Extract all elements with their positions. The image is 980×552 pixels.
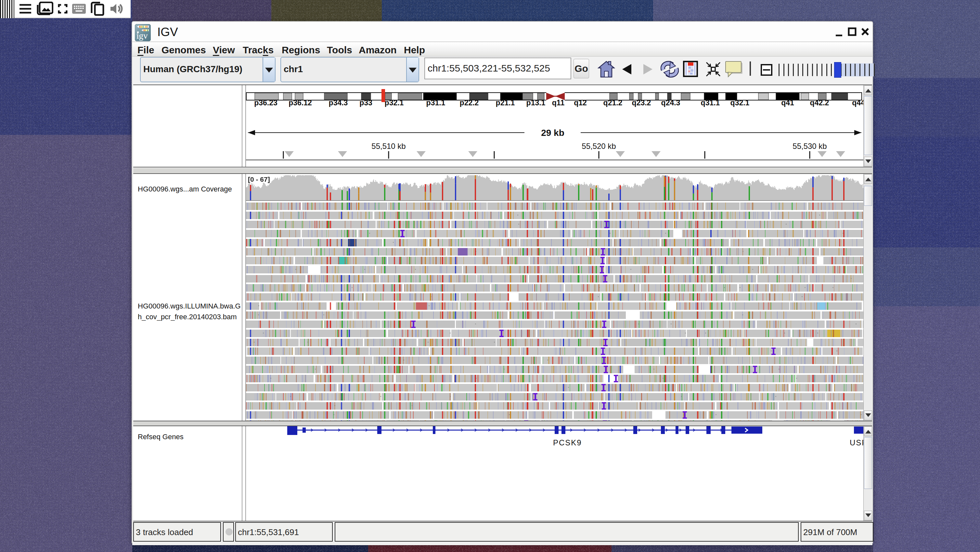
svg-text:55,520 kb: 55,520 kb: [582, 142, 616, 150]
svg-text:p21.1: p21.1: [496, 99, 515, 107]
svg-text:q44: q44: [852, 99, 863, 107]
svg-text:q12: q12: [574, 99, 587, 107]
svg-text:PCSK9: PCSK9: [553, 438, 582, 447]
svg-text:55,530 kb: 55,530 kb: [792, 142, 827, 150]
svg-text:q32.1: q32.1: [730, 99, 749, 107]
svg-text:q41: q41: [781, 99, 794, 107]
svg-text:p32.1: p32.1: [385, 99, 404, 107]
svg-text:p36.12: p36.12: [288, 99, 312, 107]
svg-text:29 kb: 29 kb: [541, 128, 565, 138]
svg-text:q11: q11: [552, 99, 565, 107]
svg-text:q21.2: q21.2: [603, 99, 622, 107]
svg-text:q42.2: q42.2: [810, 99, 829, 107]
svg-text:p31.1: p31.1: [426, 99, 445, 107]
svg-text:p36.23: p36.23: [254, 99, 277, 107]
svg-text:55,510 kb: 55,510 kb: [371, 142, 406, 150]
svg-text:USP2: USP2: [850, 438, 863, 447]
svg-text:p33: p33: [360, 99, 372, 107]
svg-text:p34.3: p34.3: [329, 99, 348, 107]
svg-text:q24.3: q24.3: [661, 99, 681, 107]
svg-text:q23.2: q23.2: [632, 99, 651, 107]
svg-text:p22.2: p22.2: [460, 99, 479, 107]
svg-text:q31.1: q31.1: [701, 99, 720, 107]
svg-text:p13.1: p13.1: [527, 99, 546, 107]
